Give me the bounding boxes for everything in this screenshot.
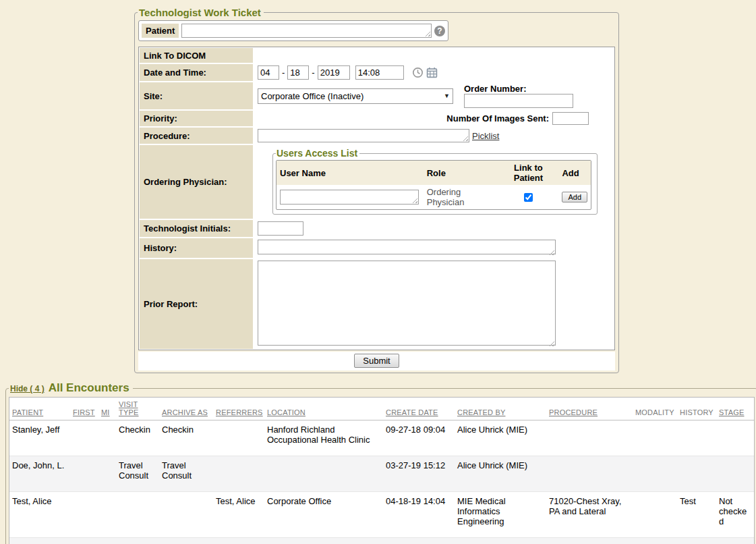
cell-create-date: 09-27-18 09:04 — [383, 420, 455, 456]
tech-initials-label: Technologist Initials: — [140, 220, 253, 237]
all-encounters-title: All Encounters — [49, 381, 129, 394]
cell-referrers — [213, 420, 264, 456]
column-header-procedure[interactable]: PROCEDURE — [546, 398, 633, 420]
cell-stage: Not checked — [716, 538, 754, 544]
all-encounters-panel: Hide ( 4 )All Encounters PATIENTFIRSTMIV… — [5, 381, 756, 544]
site-label: Site: — [140, 82, 253, 109]
site-content: Corporate Office (Inactive) ▼ Order Numb… — [254, 82, 614, 109]
column-header-history: HISTORY — [677, 398, 716, 420]
column-header-first[interactable]: FIRST — [70, 398, 98, 420]
order-number-label: Order Number: — [464, 84, 573, 94]
cell-mi — [98, 420, 116, 456]
order-number-block: Order Number: — [464, 84, 573, 108]
time-input[interactable] — [355, 65, 404, 80]
ordering-physician-content: Users Access List User Name Role Link to… — [254, 145, 614, 219]
history-label: History: — [140, 238, 253, 258]
work-ticket-title: Technologist Work Ticket — [138, 7, 264, 18]
clock-icon[interactable] — [412, 67, 424, 78]
encounters-table-body: Stanley, JeffCheckinCheckinHanford Richl… — [9, 420, 754, 544]
patient-label: Patient — [142, 24, 179, 38]
date-time-content: - - — [254, 64, 614, 81]
dropdown-arrow-icon: ▼ — [444, 92, 450, 99]
procedure-input[interactable] — [258, 129, 469, 142]
patient-row: Patient ? — [138, 20, 448, 41]
cell-history — [677, 456, 716, 492]
cell-modality — [633, 492, 677, 538]
cell-patient: Doe, John, L. — [9, 456, 70, 492]
column-header-referrers[interactable]: REFERRERS — [213, 398, 264, 420]
cell-visit-type — [116, 538, 159, 544]
procedure-label: Procedure: — [140, 128, 253, 144]
column-header-created-by[interactable]: CREATED BY — [455, 398, 546, 420]
table-row: Doe, John, L.Travel ConsultTravel Consul… — [9, 456, 754, 492]
hide-encounters-link[interactable]: Hide ( 4 ) — [10, 384, 45, 393]
submit-row: Submit — [138, 352, 615, 371]
images-sent-input[interactable] — [552, 112, 589, 125]
cell-create-date: 04-18-19 14:05 — [383, 538, 455, 544]
link-to-dicom-content — [254, 48, 614, 63]
cell-procedure — [546, 456, 633, 492]
date-separator: - — [282, 67, 285, 78]
cell-mi — [98, 456, 116, 492]
cell-stage — [716, 420, 754, 456]
link-to-patient-checkbox[interactable] — [524, 193, 533, 202]
cell-archive-as — [159, 492, 213, 538]
column-header-archive-as[interactable]: ARCHIVE AS — [159, 398, 213, 420]
cell-first — [70, 538, 98, 544]
cell-visit-type — [116, 492, 159, 538]
cell-archive-as: Travel Consult — [159, 456, 213, 492]
column-header-create-date[interactable]: CREATE DATE — [383, 398, 455, 420]
prior-report-content — [254, 259, 614, 349]
cell-first — [70, 492, 98, 538]
history-textarea[interactable] — [258, 240, 556, 254]
calendar-icon[interactable] — [426, 67, 438, 78]
cell-stage: Not checked — [716, 492, 754, 538]
table-row: Test, AliceCorporate Office04-18-19 14:0… — [9, 538, 754, 544]
cell-created-by: MIE Medical Informatics Engineering — [455, 538, 546, 544]
column-header-patient[interactable]: PATIENT — [9, 398, 70, 420]
cell-create-date: 04-18-19 14:04 — [383, 492, 455, 538]
cell-referrers — [213, 456, 264, 492]
column-header-mi[interactable]: MI — [98, 398, 116, 420]
date-day-input[interactable] — [287, 65, 309, 80]
cell-created-by: MIE Medical Informatics Engineering — [455, 492, 546, 538]
site-select[interactable]: Corporate Office (Inactive) ▼ — [258, 88, 453, 104]
help-icon[interactable]: ? — [434, 26, 445, 36]
column-header-visit-type[interactable]: VISIT TYPE — [116, 398, 159, 420]
tech-initials-input[interactable] — [258, 221, 303, 236]
images-sent-label: Number Of Images Sent: — [446, 113, 549, 124]
cell-patient: Test, Alice — [9, 492, 70, 538]
priority-content: Number Of Images Sent: — [254, 111, 614, 126]
column-header-stage[interactable]: STAGE — [716, 398, 754, 420]
work-ticket-panel: Technologist Work Ticket Patient ? Link … — [134, 7, 619, 373]
date-year-input[interactable] — [318, 65, 350, 80]
cell-history: Test — [677, 492, 716, 538]
encounters-table: PATIENTFIRSTMIVISIT TYPEARCHIVE ASREFERR… — [9, 398, 754, 544]
cell-mi — [98, 492, 116, 538]
column-header-link-to-patient: Link to Patient — [498, 161, 558, 185]
add-user-button[interactable]: Add — [562, 192, 587, 202]
ordering-physician-label: Ordering Physician: — [140, 145, 253, 219]
table-row: Stanley, JeffCheckinCheckinHanford Richl… — [9, 420, 754, 456]
encounters-table-box: PATIENTFIRSTMIVISIT TYPEARCHIVE ASREFERR… — [9, 397, 755, 544]
cell-procedure: 71020-Chest Xray, PA and Lateral — [546, 538, 633, 544]
order-number-input[interactable] — [464, 94, 573, 108]
cell-referrers: Test, Alice — [213, 492, 264, 538]
cell-location — [264, 456, 383, 492]
date-month-input[interactable] — [258, 65, 279, 80]
cell-history: Test — [677, 538, 716, 544]
date-time-label: Date and Time: — [140, 64, 253, 81]
submit-button[interactable]: Submit — [354, 354, 399, 368]
prior-report-textarea[interactable] — [258, 261, 556, 346]
cell-modality — [633, 420, 677, 456]
column-header-location[interactable]: LOCATION — [264, 398, 383, 420]
user-name-input[interactable] — [280, 190, 419, 205]
table-row: Test, AliceTest, AliceCorporate Office04… — [9, 492, 754, 538]
column-header-modality: MODALITY — [633, 398, 677, 420]
link-to-dicom-label: Link To DICOM — [140, 48, 253, 63]
images-sent-block: Number Of Images Sent: — [446, 112, 589, 125]
cell-archive-as: Checkin — [159, 420, 213, 456]
picklist-link[interactable]: Picklist — [472, 131, 499, 141]
work-ticket-form: Link To DICOM Date and Time: - - Site: C… — [138, 47, 615, 350]
patient-input[interactable] — [181, 24, 432, 38]
